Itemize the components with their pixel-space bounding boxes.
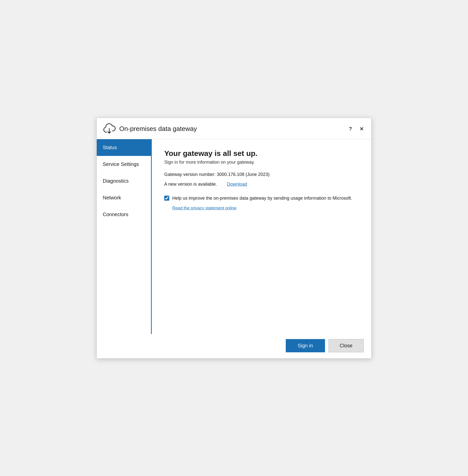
sidebar-item-network[interactable]: Network (97, 189, 151, 206)
main-window: On-premises data gateway ? ✕ Status Serv… (96, 118, 372, 359)
main-content: Status Service Settings Diagnostics Netw… (97, 139, 371, 334)
sidebar: Status Service Settings Diagnostics Netw… (97, 139, 152, 334)
update-text: A new version is available. (164, 182, 217, 187)
title-bar: On-premises data gateway ? ✕ (97, 118, 371, 139)
usage-info-checkbox[interactable] (164, 196, 169, 201)
help-button[interactable]: ? (348, 125, 354, 132)
checkbox-section: Help us improve the on-premises data gat… (164, 195, 359, 202)
sidebar-item-connectors[interactable]: Connectors (97, 206, 151, 223)
cloud-upload-icon (103, 122, 116, 135)
checkbox-label: Help us improve the on-premises data gat… (172, 195, 352, 202)
title-left: On-premises data gateway (103, 122, 197, 135)
close-button[interactable]: Close (328, 339, 364, 352)
sidebar-item-diagnostics[interactable]: Diagnostics (97, 173, 151, 189)
download-link[interactable]: Download (227, 182, 247, 187)
update-row: A new version is available. Download (164, 182, 359, 187)
version-info: Gateway version number: 3000.176.108 (Ju… (164, 172, 359, 177)
app-title: On-premises data gateway (119, 125, 197, 133)
footer: Sign in Close (97, 334, 371, 358)
sidebar-item-status[interactable]: Status (97, 139, 151, 156)
title-controls: ? ✕ (348, 125, 365, 132)
signin-button[interactable]: Sign in (286, 339, 325, 352)
gateway-subtext: Sign in for more information on your gat… (164, 160, 359, 165)
sidebar-item-service-settings[interactable]: Service Settings (97, 156, 151, 173)
privacy-link[interactable]: Read the privacy statement online (172, 206, 359, 211)
gateway-heading: Your gateway is all set up. (164, 149, 359, 158)
content-area: Your gateway is all set up. Sign in for … (152, 139, 371, 334)
window-close-button[interactable]: ✕ (358, 125, 365, 132)
